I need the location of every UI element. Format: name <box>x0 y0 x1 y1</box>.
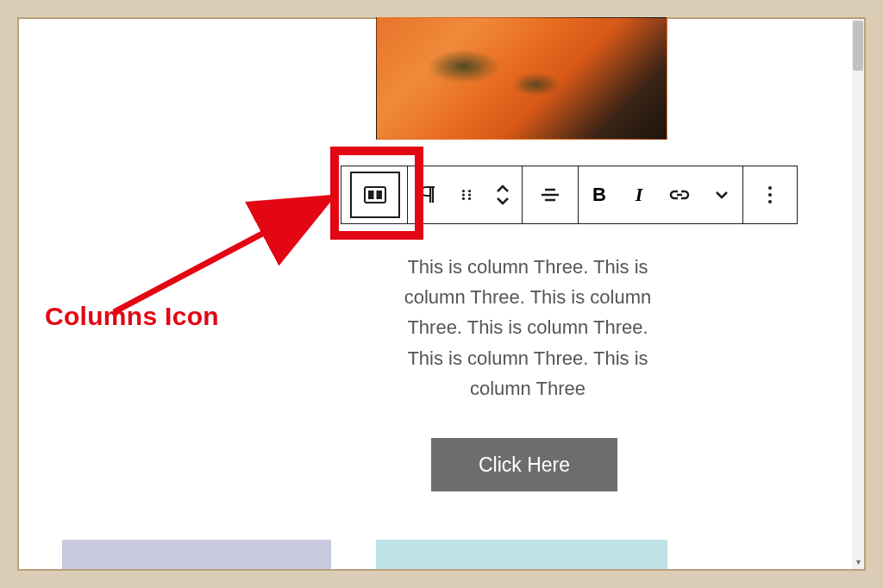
italic-button[interactable]: I <box>620 166 658 223</box>
button-label: Click Here <box>479 454 570 477</box>
svg-point-6 <box>468 193 471 196</box>
svg-rect-0 <box>365 187 385 203</box>
more-inline-button[interactable] <box>701 166 742 223</box>
svg-point-8 <box>468 197 471 200</box>
svg-line-15 <box>114 200 326 312</box>
scrollbar-thumb[interactable] <box>853 21 863 71</box>
svg-point-12 <box>768 186 772 190</box>
editor-canvas: B I <box>17 17 866 571</box>
vertical-scrollbar[interactable]: ▾ <box>852 19 864 569</box>
drag-handle-button[interactable] <box>449 166 484 223</box>
align-button[interactable] <box>523 166 578 223</box>
columns-icon <box>364 186 386 203</box>
bold-button[interactable]: B <box>579 166 620 223</box>
chevron-updown-icon <box>495 184 510 206</box>
svg-point-13 <box>768 193 772 197</box>
columns-block-button[interactable] <box>341 166 407 223</box>
placeholder-block-left[interactable] <box>62 540 331 569</box>
scroll-down-arrow-icon[interactable]: ▾ <box>852 555 864 567</box>
click-here-button[interactable]: Click Here <box>431 438 617 491</box>
kebab-icon <box>767 185 773 204</box>
align-icon <box>540 187 560 203</box>
annotation-label: Columns Icon <box>45 302 219 331</box>
drag-icon <box>460 187 473 203</box>
options-button[interactable] <box>743 166 797 223</box>
link-icon <box>668 189 691 201</box>
bold-icon: B <box>592 184 606 206</box>
svg-point-7 <box>462 197 465 200</box>
svg-point-3 <box>462 190 465 192</box>
column-image[interactable] <box>376 17 667 140</box>
svg-point-5 <box>462 193 465 196</box>
svg-rect-2 <box>377 191 383 199</box>
block-toolbar: B I <box>341 166 798 224</box>
svg-point-4 <box>468 190 471 192</box>
svg-point-14 <box>768 200 772 203</box>
svg-rect-1 <box>368 191 374 199</box>
italic-icon: I <box>636 184 643 206</box>
placeholder-block-center[interactable] <box>376 540 667 569</box>
paragraph-button[interactable] <box>408 166 449 223</box>
column-paragraph[interactable]: This is column Three. This is column Thr… <box>390 252 666 403</box>
chevron-down-icon <box>714 190 730 200</box>
pilcrow-icon <box>420 185 437 204</box>
move-updown-button[interactable] <box>484 166 522 223</box>
link-button[interactable] <box>658 166 701 223</box>
